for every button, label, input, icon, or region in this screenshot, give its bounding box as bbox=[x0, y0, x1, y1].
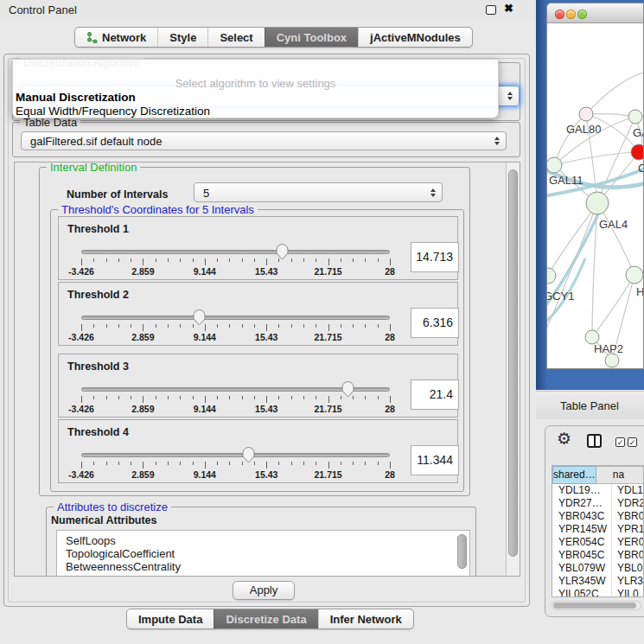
tab-jactivemnodules[interactable]: jActiveMNodules bbox=[358, 28, 472, 47]
threshold-row: Threshold 4 -3.4262.8599.14415.4321.7152… bbox=[58, 419, 458, 483]
tab-infer-network[interactable]: Infer Network bbox=[318, 609, 413, 628]
threshold-value-field[interactable]: 14.713 bbox=[411, 242, 459, 272]
cell-shared-name[interactable]: YLR345W bbox=[552, 575, 612, 588]
slider-thumb[interactable] bbox=[242, 446, 255, 463]
tab-style[interactable]: Style bbox=[157, 28, 207, 47]
cell-name[interactable]: YBR0 bbox=[612, 549, 643, 562]
table-row[interactable]: YIL052CYIL0 bbox=[552, 588, 643, 597]
table-data-combobox[interactable]: galFiltered.sif default node bbox=[21, 131, 507, 150]
vertical-scrollbar-thumb[interactable] bbox=[508, 169, 518, 557]
slider-track[interactable] bbox=[81, 316, 390, 320]
threshold-slider[interactable]: -3.4262.8599.14415.4321.71528 bbox=[81, 354, 390, 418]
slider-thumb[interactable] bbox=[276, 243, 289, 260]
column-header-shared-name[interactable]: shared… bbox=[552, 466, 596, 484]
network-node-gcy1[interactable] bbox=[547, 268, 556, 284]
slider-thumb[interactable] bbox=[341, 380, 354, 398]
table-row[interactable]: YLR345WYLR3 bbox=[552, 575, 643, 588]
network-node-c[interactable] bbox=[631, 144, 644, 160]
network-node-gal80[interactable] bbox=[579, 107, 593, 121]
threshold-slider[interactable]: -3.4262.8599.14415.4321.71528 bbox=[81, 420, 390, 484]
network-edge[interactable] bbox=[592, 275, 634, 337]
network-node-h[interactable] bbox=[626, 266, 643, 284]
gear-icon[interactable]: ⚙ bbox=[557, 430, 571, 447]
table-row[interactable]: YBR045CYBR0 bbox=[552, 549, 643, 562]
network-edge[interactable] bbox=[547, 203, 597, 336]
attribute-item[interactable]: BetweennessCentrality bbox=[57, 560, 469, 573]
numerical-attributes-list[interactable]: SelfLoopsTopologicalCoefficientBetweenne… bbox=[56, 530, 470, 577]
float-window-icon[interactable] bbox=[486, 5, 496, 15]
split-columns-icon[interactable] bbox=[587, 434, 602, 448]
tick-mark bbox=[229, 396, 230, 399]
table-row[interactable]: YBR043CYBR0 bbox=[552, 510, 643, 523]
apply-button[interactable]: Apply bbox=[233, 581, 295, 600]
list-scrollbar[interactable] bbox=[457, 534, 467, 569]
checkbox-icon[interactable]: ✓ bbox=[615, 437, 625, 447]
table-row[interactable]: YBL079WYBL0 bbox=[552, 562, 643, 575]
table-row[interactable]: YPR145WYPR1 bbox=[552, 523, 643, 536]
dropdown-option-equal-width[interactable]: Equal Width/Frequency Discretization bbox=[16, 105, 210, 118]
tab-cyni-toolbox[interactable]: Cyni Toolbox bbox=[265, 28, 358, 47]
cell-name[interactable]: YDR2 bbox=[612, 497, 643, 510]
minimize-traffic-light-icon[interactable] bbox=[566, 10, 576, 19]
table-row[interactable]: YER054CYER0 bbox=[552, 536, 643, 549]
node-label: GA bbox=[633, 126, 644, 139]
tick-mark bbox=[254, 258, 255, 262]
cell-shared-name[interactable]: YIL052C bbox=[552, 588, 612, 597]
cell-name[interactable]: YBL0 bbox=[612, 562, 643, 575]
threshold-slider[interactable]: -3.4262.8599.14415.4321.71528 bbox=[81, 217, 390, 281]
network-edge[interactable] bbox=[586, 70, 644, 114]
tab-discretize-data[interactable]: Discretize Data bbox=[214, 609, 317, 628]
cell-name[interactable]: YIL0 bbox=[612, 588, 643, 597]
network-node-gal4[interactable] bbox=[586, 192, 609, 214]
threshold-value-field[interactable]: 21.4 bbox=[411, 379, 459, 410]
node-label: GCY1 bbox=[547, 290, 574, 303]
cell-shared-name[interactable]: YDL19… bbox=[552, 484, 612, 497]
close-traffic-light-icon[interactable] bbox=[555, 10, 564, 19]
network-node-gal11[interactable] bbox=[547, 157, 562, 173]
cell-name[interactable]: YDL1 bbox=[612, 484, 643, 497]
node-attribute-table[interactable]: shared… na YDL19…YDL1YDR27…YDR2YBR043CYB… bbox=[552, 465, 644, 597]
column-header-name[interactable]: na bbox=[596, 466, 644, 484]
dropdown-option-manual[interactable]: Manual Discretization bbox=[16, 91, 136, 104]
horizontal-scrollbar-thumb[interactable] bbox=[553, 603, 636, 609]
cell-shared-name[interactable]: YBR045C bbox=[552, 549, 612, 562]
checkbox-icon[interactable]: ✓ bbox=[628, 437, 637, 447]
slider-thumb[interactable] bbox=[193, 309, 206, 326]
cell-shared-name[interactable]: YDR27… bbox=[552, 497, 612, 510]
tick-mark bbox=[353, 258, 354, 262]
tick-mark bbox=[328, 324, 329, 331]
threshold-slider[interactable]: -3.4262.8599.14415.4321.71528 bbox=[81, 283, 390, 347]
tab-network[interactable]: Network bbox=[75, 28, 157, 47]
cell-shared-name[interactable]: YER054C bbox=[552, 536, 612, 549]
network-edge[interactable] bbox=[597, 203, 634, 275]
network-node[interactable] bbox=[605, 354, 619, 367]
cell-shared-name[interactable]: YPR145W bbox=[552, 523, 612, 536]
threshold-value-field[interactable]: 6.316 bbox=[411, 308, 459, 338]
cell-name[interactable]: YER0 bbox=[612, 536, 643, 549]
tab-select[interactable]: Select bbox=[207, 28, 264, 47]
cell-name[interactable]: YPR1 bbox=[612, 523, 643, 536]
attribute-item[interactable]: SelfLoops bbox=[57, 531, 469, 547]
horizontal-scrollbar[interactable] bbox=[552, 601, 641, 610]
tab-impute-data[interactable]: Impute Data bbox=[127, 609, 214, 628]
vertical-scrollbar[interactable] bbox=[506, 163, 520, 576]
network-window-titlebar[interactable] bbox=[547, 3, 643, 23]
cell-shared-name[interactable]: YBR043C bbox=[552, 510, 612, 523]
attribute-item[interactable]: TopologicalCoefficient bbox=[57, 547, 469, 560]
slider-track[interactable] bbox=[81, 250, 390, 254]
cell-name[interactable]: YLR3 bbox=[612, 575, 643, 588]
threshold-value-field[interactable]: 11.344 bbox=[411, 445, 459, 475]
network-node-ga[interactable] bbox=[628, 110, 642, 124]
table-row[interactable]: YDL19…YDL1 bbox=[552, 484, 643, 497]
slider-track[interactable] bbox=[81, 453, 390, 457]
cell-shared-name[interactable]: YBL079W bbox=[552, 562, 612, 575]
cell-name[interactable]: YBR0 bbox=[612, 510, 643, 523]
tick-mark bbox=[316, 258, 316, 262]
network-graph-canvas[interactable]: GAL80GACGAL11GAL4GCY1HHAP2 bbox=[547, 23, 644, 369]
number-of-intervals-combobox[interactable]: 5 bbox=[194, 182, 443, 202]
network-view-window[interactable]: GAL80GACGAL11GAL4GCY1HHAP2 bbox=[546, 3, 644, 369]
network-edge[interactable] bbox=[554, 114, 586, 165]
zoom-traffic-light-icon[interactable] bbox=[577, 10, 587, 19]
close-icon[interactable]: ✖ bbox=[504, 2, 513, 15]
table-row[interactable]: YDR27…YDR2 bbox=[552, 497, 643, 510]
